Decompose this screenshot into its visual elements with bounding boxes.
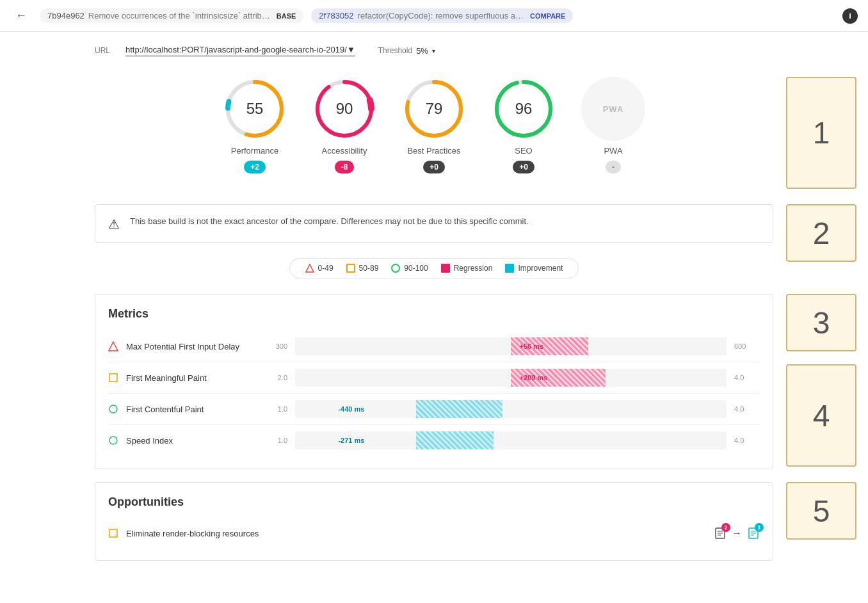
metrics-section-wrapper: Metrics Max Potential First Input Delay … <box>95 294 773 469</box>
score-pwa: PWA PWA - <box>581 77 645 173</box>
back-button[interactable]: ← <box>10 6 32 25</box>
bar-improvement-si <box>416 431 494 449</box>
metric-row-fmp: First Meaningful Paint 2.0 +209 ms 4.0 <box>108 362 760 394</box>
bar-label-fmp: +209 ms <box>519 374 547 382</box>
svg-point-13 <box>109 405 117 413</box>
legend-label-improvement: Improvement <box>518 264 563 273</box>
bar-improvement-fcp <box>416 400 502 418</box>
legend-item-90-100: 90-100 <box>391 264 428 273</box>
compare-report-button[interactable]: 1 <box>747 527 760 540</box>
warning-section: ⚠ This base build is not the exact ances… <box>95 204 773 243</box>
score-accessibility-badge: -8 <box>335 161 355 173</box>
metric-min-fcp: 1.0 <box>262 405 287 413</box>
opportunities-title: Opportunities <box>108 495 760 509</box>
annotation-3: 3 <box>786 294 856 351</box>
legend-item-regression: Regression <box>441 264 493 273</box>
score-pwa-badge: - <box>606 161 621 173</box>
info-button[interactable]: i <box>842 8 858 24</box>
opportunities-section-wrapper: Opportunities Eliminate render-blocking … <box>95 482 773 561</box>
score-pwa-label: PWA <box>604 146 622 156</box>
base-tag: BASE <box>277 12 296 20</box>
regression-icon <box>441 264 450 273</box>
gauge-accessibility: 90 <box>312 77 376 141</box>
legend-label-90-100: 90-100 <box>404 264 428 273</box>
metric-min-fmp: 2.0 <box>262 374 287 382</box>
score-seo-label: SEO <box>515 146 532 156</box>
metrics-section: Metrics Max Potential First Input Delay … <box>95 294 773 469</box>
compare-hash: 2f783052 <box>319 11 353 20</box>
svg-rect-12 <box>109 374 117 382</box>
score-seo-value: 96 <box>515 100 533 118</box>
warning-text: This base build is not the exact ancesto… <box>130 215 529 228</box>
metric-bar-max-fid: +56 ms <box>295 337 727 355</box>
triangle-icon <box>305 264 314 273</box>
improvement-icon <box>505 264 514 273</box>
bar-label-si: -271 ms <box>338 437 364 444</box>
threshold-label: Threshold <box>378 46 412 55</box>
annotation-1: 1 <box>786 77 856 189</box>
bar-label-fcp: -440 ms <box>338 405 364 413</box>
score-seo-badge: +0 <box>513 161 534 173</box>
legend-item-0-49: 0-49 <box>305 264 334 273</box>
legend-label-50-89: 50-89 <box>359 264 379 273</box>
scores-wrapper: 55 Performance +2 90 Accessibility <box>95 77 773 194</box>
opportunity-name-render-blocking: Eliminate render-blocking resources <box>126 529 706 538</box>
base-report-button[interactable]: 2 <box>714 527 727 540</box>
nav-bar: ← 7b94e962 Remove occurrences of the `in… <box>0 0 868 32</box>
compare-tag: COMPARE <box>530 12 565 20</box>
score-best-practices: 79 Best Practices +0 <box>402 77 466 173</box>
opportunities-section: Opportunities Eliminate render-blocking … <box>95 482 773 561</box>
gauge-performance: 55 <box>223 77 287 141</box>
url-bar: URL http://localhost:PORT/javascript-and… <box>95 45 773 61</box>
opportunity-actions: 2 → 1 <box>714 527 760 540</box>
main-content: URL http://localhost:PORT/javascript-and… <box>82 32 786 586</box>
warning-banner: ⚠ This base build is not the exact ances… <box>95 204 773 243</box>
gauge-pwa: PWA <box>581 77 645 141</box>
base-commit-chip[interactable]: 7b94e962 Remove occurrences of the `intr… <box>40 8 303 23</box>
metric-row-max-fid: Max Potential First Input Delay 300 +56 … <box>108 331 760 362</box>
metric-bar-fmp: +209 ms <box>295 369 727 387</box>
metric-max-fmp: 4.0 <box>734 374 760 382</box>
metrics-title: Metrics <box>108 307 760 321</box>
url-label: URL <box>95 46 110 55</box>
score-accessibility-label: Accessibility <box>322 146 367 156</box>
metric-row-fcp: First Contentful Paint 1.0 -440 ms 4.0 <box>108 394 760 425</box>
metric-max-max-fid: 600 <box>734 342 760 350</box>
arrow-icon: → <box>732 527 742 539</box>
metric-bar-fcp: -440 ms <box>295 400 727 418</box>
metric-min-max-fid: 300 <box>262 342 287 350</box>
metric-name-si: Speed Index <box>126 436 254 446</box>
square-orange-icon-opp <box>108 528 118 538</box>
compare-count-badge: 1 <box>755 523 764 532</box>
score-best-practices-label: Best Practices <box>407 146 460 156</box>
metric-max-si: 4.0 <box>734 437 760 444</box>
base-message: Remove occurrences of the `intrinsicsize… <box>88 11 270 20</box>
score-best-practices-badge: +0 <box>423 161 445 173</box>
compare-commit-chip[interactable]: 2f783052 refactor(CopyCode): remove supe… <box>311 8 573 23</box>
circle-green-icon-si <box>108 435 118 446</box>
bar-label-max-fid: +56 ms <box>519 342 543 350</box>
legend-item-50-89: 50-89 <box>346 264 379 273</box>
svg-point-14 <box>109 437 117 444</box>
gauge-seo: 96 <box>492 77 556 141</box>
square-orange-icon <box>108 373 118 383</box>
triangle-red-icon <box>108 341 118 351</box>
metric-bar-si: -271 ms <box>295 431 727 449</box>
base-hash: 7b94e962 <box>47 11 84 20</box>
svg-rect-15 <box>109 529 117 537</box>
metric-min-si: 1.0 <box>262 437 287 444</box>
threshold-chevron-icon: ▾ <box>432 47 435 54</box>
metric-max-fcp: 4.0 <box>734 405 760 413</box>
url-value[interactable]: http://localhost:PORT/javascript-and-goo… <box>125 45 355 56</box>
circle-green-icon <box>391 264 400 273</box>
compare-message: refactor(CopyCode): remove superfluous a… <box>358 11 524 20</box>
legend-label-regression: Regression <box>454 264 493 273</box>
warning-triangle-icon: ⚠ <box>108 216 120 232</box>
metric-name-fmp: First Meaningful Paint <box>126 373 254 383</box>
threshold-selector[interactable]: 5% <box>416 46 428 56</box>
threshold-group: Threshold 5% ▾ <box>378 46 435 56</box>
svg-marker-11 <box>109 342 118 351</box>
annotation-2: 2 <box>786 204 856 262</box>
score-performance-label: Performance <box>231 146 278 156</box>
score-accessibility: 90 Accessibility -8 <box>312 77 376 173</box>
